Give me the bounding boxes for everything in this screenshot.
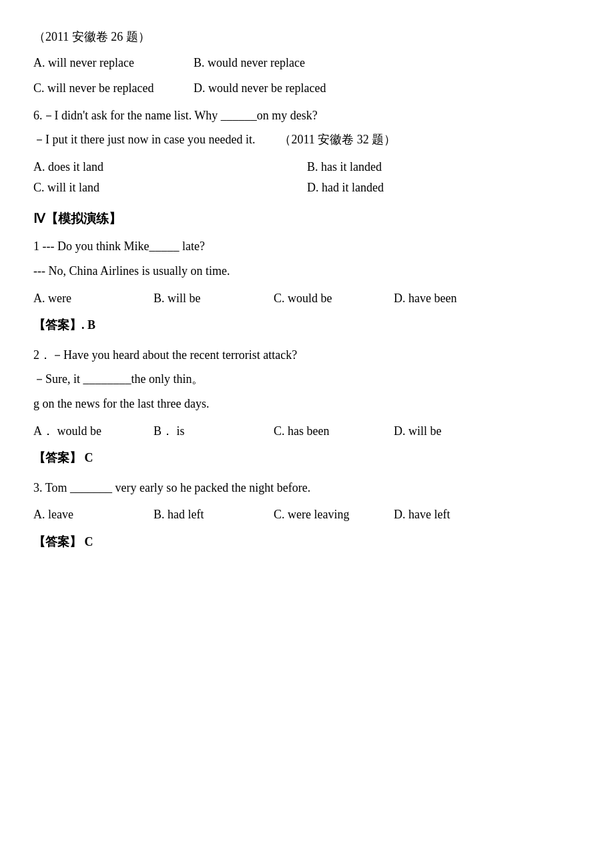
q2-option-c: C. has been <box>274 421 374 442</box>
q5-option-b: B. would never replace <box>194 53 327 73</box>
q6-question-line1: 6.－I didn't ask for the name list. Why _… <box>33 105 581 126</box>
q2-option-d: D. will be <box>394 421 494 442</box>
q6-option-c: C. will it land <box>33 177 307 198</box>
source-label: （2011 安徽卷 26 题） <box>33 27 581 47</box>
q3-option-c: C. were leaving <box>274 504 374 525</box>
q6-option-d: D. had it landed <box>307 177 581 198</box>
q1-answer: 【答案】. B <box>33 315 581 336</box>
q3-block: 3. Tom _______ very early so he packed t… <box>33 478 581 498</box>
q6-block: 6.－I didn't ask for the name list. Why _… <box>33 105 581 150</box>
source-text: （2011 安徽卷 26 题） <box>33 27 581 47</box>
q6-question-line2: －I put it there just now in case you nee… <box>33 129 581 150</box>
q1-dialogue2: --- No, China Airlines is usually on tim… <box>33 261 581 282</box>
q5-options-row2: C. will never be replaced D. would never… <box>33 78 581 99</box>
q6-options-grid: A. does it land B. has it landed C. will… <box>33 157 581 197</box>
q1-option-c: C. would be <box>274 288 374 309</box>
q2-options-row: A． would be B． is C. has been D. will be <box>33 421 581 442</box>
q1-option-a: A. were <box>33 288 133 309</box>
q5-option-c: C. will never be replaced <box>33 78 167 99</box>
q1-block: 1 --- Do you think Mike_____ late? --- N… <box>33 236 581 281</box>
q3-option-a: A. leave <box>33 504 133 525</box>
q2-dialogue2: －Sure, it ________the only thin。 <box>33 369 581 390</box>
q2-answer: 【答案】 C <box>33 448 581 468</box>
q2-block: 2．－Have you heard about the recent terro… <box>33 345 581 414</box>
q3-options-row: A. leave B. had left C. were leaving D. … <box>33 504 581 525</box>
q1-option-d: D. have been <box>394 288 494 309</box>
q1-options: A. were B. will be C. would be D. have b… <box>33 288 581 309</box>
q5-option-a: A. will never replace <box>33 53 167 73</box>
q5-options: A. will never replace B. would never rep… <box>33 53 581 99</box>
q2-dialogue3: g on the news for the last three days. <box>33 394 581 414</box>
q2-dialogue1: 2．－Have you heard about the recent terro… <box>33 345 581 366</box>
q1-options-row: A. were B. will be C. would be D. have b… <box>33 288 581 309</box>
q6-option-a: A. does it land <box>33 157 307 177</box>
q6-option-b: B. has it landed <box>307 157 581 177</box>
q5-option-d: D. would never be replaced <box>194 78 327 99</box>
q1-option-b: B. will be <box>154 288 254 309</box>
q3-question: 3. Tom _______ very early so he packed t… <box>33 478 581 498</box>
q2-option-a: A． would be <box>33 421 133 442</box>
q3-option-b: B. had left <box>154 504 254 525</box>
q3-option-d: D. have left <box>394 504 494 525</box>
q2-option-b: B． is <box>154 421 254 442</box>
q3-answer: 【答案】 C <box>33 532 581 552</box>
q3-options: A. leave B. had left C. were leaving D. … <box>33 504 581 525</box>
section4-title: Ⅳ【模拟演练】 <box>33 208 581 230</box>
q2-options: A． would be B． is C. has been D. will be <box>33 421 581 442</box>
q1-dialogue1: 1 --- Do you think Mike_____ late? <box>33 236 581 257</box>
q5-options-row: A. will never replace B. would never rep… <box>33 53 581 73</box>
q6-options: A. does it land B. has it landed C. will… <box>33 157 581 197</box>
